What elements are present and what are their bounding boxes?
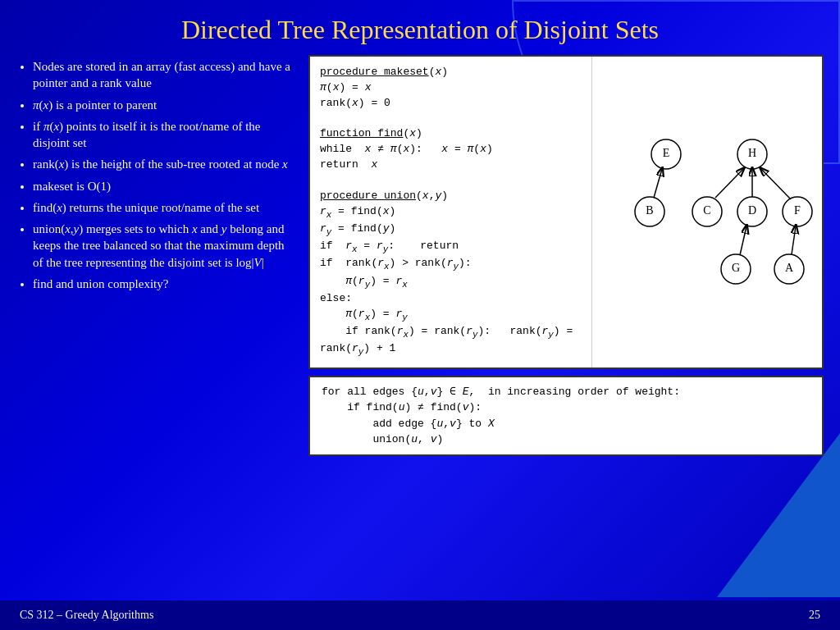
find-while: while x ≠ π(x): x = π(x) — [320, 142, 582, 158]
code-panel: procedure makeset(x) π(x) = x rank(x) = … — [310, 57, 592, 368]
svg-line-20 — [740, 226, 746, 255]
bottom-code: for all edges {u,v} ∈ E, in increasing o… — [308, 376, 824, 456]
bottom-line-3: add edge {u,v} to X — [322, 416, 810, 432]
union-keyword: procedure union — [320, 189, 416, 202]
union-pi-ry: π(ry) = rx — [320, 274, 582, 291]
svg-text:D: D — [748, 205, 756, 217]
bottom-line-2: if find(u) ≠ find(v): — [322, 399, 810, 416]
bullet-6: find(x) returns the unique root/name of … — [33, 199, 295, 216]
footer-course: CS 312 – Greedy Algorithms — [20, 609, 153, 622]
union-if1: if rx = ry: return — [320, 239, 582, 256]
union-if2: if rank(rx) > rank(ry): — [320, 256, 582, 273]
slide-content: Directed Tree Representation of Disjoint… — [0, 0, 840, 630]
bottom-line-1: for all edges {u,v} ∈ E, in increasing o… — [322, 384, 810, 400]
bullet-4: rank(x) is the height of the sub-tree ro… — [33, 156, 295, 172]
union-else: else: — [320, 291, 582, 307]
footer-page: 25 — [809, 609, 820, 622]
slide-title: Directed Tree Representation of Disjoint… — [0, 0, 840, 55]
svg-text:F: F — [794, 205, 801, 217]
find-return: return x — [320, 158, 582, 173]
union-pi-rx: π(rx) = ry — [320, 307, 582, 324]
svg-text:C: C — [703, 205, 710, 217]
bullets-panel: Nodes are stored in an array (fast acces… — [16, 55, 295, 600]
svg-line-4 — [654, 169, 662, 198]
diagram-panel: E B H — [592, 57, 822, 368]
svg-line-15 — [761, 169, 791, 199]
makeset-proc: procedure makeset(x) — [320, 65, 582, 80]
find-keyword: function find — [320, 127, 403, 139]
union-if-rank: if rank(rx) = rank(ry): rank(ry) = rank(… — [320, 324, 582, 359]
bullet-1: Nodes are stored in an array (fast acces… — [33, 58, 295, 92]
svg-line-13 — [715, 169, 743, 198]
svg-text:G: G — [732, 262, 740, 275]
makeset-pi: π(x) = x — [320, 80, 582, 96]
bullet-5: makeset is O(1) — [33, 178, 295, 194]
bullet-7: union(x,y) merges sets to which x and y … — [33, 221, 295, 271]
find-func: function find(x) — [320, 126, 582, 142]
svg-text:B: B — [646, 205, 653, 217]
makeset-rank: rank(x) = 0 — [320, 96, 582, 112]
union-ry: ry = find(y) — [320, 221, 582, 239]
right-side: procedure makeset(x) π(x) = x rank(x) = … — [308, 55, 824, 600]
bullet-list: Nodes are stored in an array (fast acces… — [16, 58, 295, 292]
union-rx: rx = find(x) — [320, 204, 582, 221]
svg-text:A: A — [785, 262, 794, 275]
bullet-8: find and union complexity? — [33, 276, 295, 292]
svg-text:E: E — [663, 148, 670, 160]
footer: CS 312 – Greedy Algorithms 25 — [0, 600, 840, 630]
svg-text:H: H — [748, 148, 756, 160]
svg-line-21 — [792, 226, 796, 254]
makeset-keyword: procedure makeset — [320, 66, 429, 78]
main-content: Nodes are stored in an array (fast acces… — [0, 55, 840, 600]
bottom-line-4: union(u, v) — [322, 431, 810, 448]
union-proc: procedure union(x,y) — [320, 189, 582, 204]
code-diagram-area: procedure makeset(x) π(x) = x rank(x) = … — [308, 55, 824, 369]
tree-diagram: E B H — [600, 121, 814, 302]
bullet-3: if π(x) points to itself it is the root/… — [33, 118, 295, 152]
bullet-2: π(x) is a pointer to parent — [33, 97, 295, 113]
